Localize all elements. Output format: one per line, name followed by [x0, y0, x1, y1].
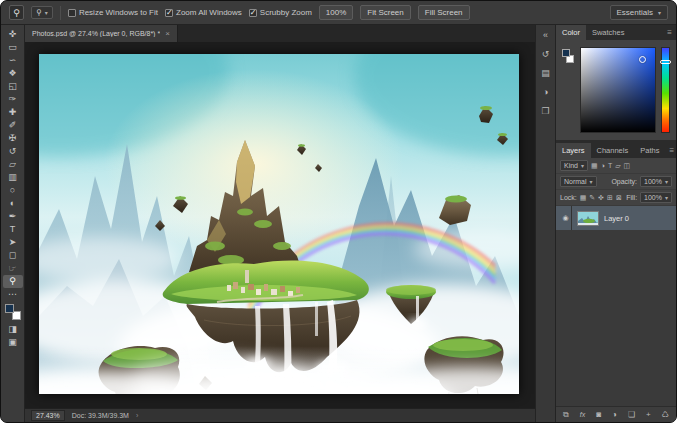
- foreground-swatch[interactable]: [562, 49, 570, 57]
- document-tab-bar: Photos.psd @ 27.4% (Layer 0, RGB/8*) * ×: [25, 25, 535, 42]
- zoom-all-windows-checkbox[interactable]: Zoom All Windows: [165, 8, 242, 17]
- tool-eyedropper[interactable]: ✑: [3, 93, 23, 106]
- tool-preset-dropdown[interactable]: ⚲ ▾: [31, 6, 53, 19]
- lock-position-icon[interactable]: ✜: [598, 194, 604, 202]
- checkbox-label: Scrubby Zoom: [260, 8, 312, 17]
- tool-pen[interactable]: ✒: [3, 210, 23, 223]
- workspace-selector[interactable]: Essentials ▾: [610, 5, 668, 20]
- scrubby-zoom-checkbox[interactable]: Scrubby Zoom: [249, 8, 312, 17]
- panel-menu-icon[interactable]: ≡: [663, 25, 676, 40]
- lock-transparency-icon[interactable]: ▦: [580, 194, 587, 202]
- tab-channels[interactable]: Channels: [591, 143, 635, 158]
- saturation-brightness-field[interactable]: [580, 47, 656, 133]
- color-panel: Color Swatches ≡: [556, 25, 676, 140]
- fg-bg-mini-swatches[interactable]: [562, 47, 575, 133]
- lock-pixels-icon[interactable]: ✎: [589, 194, 595, 202]
- status-chevron-icon[interactable]: ›: [136, 412, 138, 419]
- layer-list: ◉ Layer 0: [556, 206, 676, 406]
- fit-screen-button[interactable]: Fit Screen: [360, 5, 410, 20]
- screen-mode-icon[interactable]: ▣: [3, 336, 23, 349]
- hue-slider-handle[interactable]: [660, 60, 671, 64]
- lock-all-icon[interactable]: ⊠: [616, 194, 622, 202]
- lock-label: Lock:: [560, 194, 577, 201]
- tool-lasso[interactable]: ∽: [3, 54, 23, 67]
- layer-thumbnail[interactable]: [577, 211, 599, 226]
- status-bar: 27.43% Doc: 39.3M/39.3M ›: [25, 408, 535, 422]
- lock-artboard-icon[interactable]: ⊞: [607, 194, 613, 202]
- panel-menu-icon[interactable]: ≡: [665, 143, 677, 158]
- filter-shape-layers-icon[interactable]: ▱: [615, 162, 620, 170]
- zoom-100-button[interactable]: 100%: [319, 5, 353, 20]
- tool-zoom[interactable]: ⚲: [3, 275, 23, 288]
- libraries-panel-icon[interactable]: ❐: [539, 105, 553, 117]
- resize-windows-checkbox[interactable]: Resize Windows to Fit: [68, 8, 158, 17]
- tool-type[interactable]: T: [3, 223, 23, 236]
- filter-type-label: Kind: [564, 162, 578, 169]
- chevron-down-icon: ▾: [665, 178, 668, 185]
- tool-move[interactable]: ✜: [3, 28, 23, 41]
- tool-clone-stamp[interactable]: ✠: [3, 132, 23, 145]
- layer-group-icon[interactable]: ❏: [628, 410, 635, 419]
- zoom-level-field[interactable]: 27.43%: [31, 410, 65, 421]
- tool-dodge[interactable]: ◐: [3, 197, 23, 210]
- tool-crop[interactable]: ◱: [3, 80, 23, 93]
- opacity-label: Opacity:: [611, 178, 637, 185]
- filter-pixel-layers-icon[interactable]: ▦: [591, 162, 598, 170]
- adjustments-panel-icon[interactable]: ◑: [539, 86, 553, 98]
- tool-brush[interactable]: ✐: [3, 119, 23, 132]
- tool-quick-selection[interactable]: ❖: [3, 67, 23, 80]
- filter-smart-objects-icon[interactable]: ◫: [624, 162, 631, 170]
- color-picker-cursor[interactable]: [639, 56, 646, 63]
- tool-history-brush[interactable]: ↺: [3, 145, 23, 158]
- zoom-tool-icon-small: ⚲: [36, 8, 42, 17]
- tab-color[interactable]: Color: [556, 25, 586, 40]
- canvas-image[interactable]: [39, 54, 519, 394]
- layer-effects-icon[interactable]: fx: [580, 411, 585, 418]
- foreground-background-swatches[interactable]: [5, 304, 21, 320]
- tool-shape[interactable]: ◻: [3, 249, 23, 262]
- layer-row[interactable]: ◉ Layer 0: [556, 206, 676, 230]
- layer-mask-icon[interactable]: ◙: [596, 410, 601, 419]
- tab-paths[interactable]: Paths: [634, 143, 665, 158]
- tab-swatches[interactable]: Swatches: [586, 25, 631, 40]
- delete-layer-icon[interactable]: ♺: [662, 410, 669, 419]
- checkbox-label: Resize Windows to Fit: [79, 8, 158, 17]
- history-panel-icon[interactable]: ↺: [539, 48, 553, 60]
- chevron-down-icon: ▾: [658, 9, 661, 16]
- visibility-eye-icon[interactable]: ◉: [560, 206, 572, 230]
- tool-blur[interactable]: ○: [3, 184, 23, 197]
- properties-panel-icon[interactable]: ▤: [539, 67, 553, 79]
- collapse-panels-icon[interactable]: «: [539, 29, 553, 41]
- fantasy-landscape-art: [39, 54, 519, 394]
- link-layers-icon[interactable]: ⧉: [563, 410, 569, 420]
- document-tab[interactable]: Photos.psd @ 27.4% (Layer 0, RGB/8*) * ×: [25, 25, 178, 42]
- foreground-color-swatch[interactable]: [5, 304, 14, 313]
- filter-type-dropdown[interactable]: Kind ▾: [560, 160, 588, 171]
- collapsed-panel-strip: « ↺ ▤ ◑ ❐: [535, 25, 555, 422]
- tool-eraser[interactable]: ▱: [3, 158, 23, 171]
- fill-screen-button[interactable]: Fill Screen: [418, 5, 470, 20]
- layers-panel: Layers Channels Paths ≡ Kind ▾ ▦ ◑ T ▱: [556, 143, 676, 422]
- options-bar: ⚲ ⚲ ▾ Resize Windows to Fit Zoom All Win…: [1, 1, 676, 25]
- fill-dropdown[interactable]: 100% ▾: [640, 192, 672, 203]
- doc-size-info: Doc: 39.3M/39.3M: [72, 412, 129, 419]
- tool-hand[interactable]: ☞: [3, 262, 23, 275]
- adjustment-layer-icon[interactable]: ◑: [612, 410, 617, 419]
- blend-mode-dropdown[interactable]: Normal ▾: [560, 176, 597, 187]
- tab-layers[interactable]: Layers: [556, 143, 591, 158]
- tool-healing-brush[interactable]: ✚: [3, 106, 23, 119]
- chevron-down-icon: ▾: [581, 162, 584, 169]
- checkbox-icon: [249, 9, 257, 17]
- filter-type-layers-icon[interactable]: T: [608, 162, 612, 170]
- tool-gradient[interactable]: ▥: [3, 171, 23, 184]
- filter-adjustment-layers-icon[interactable]: ◑: [601, 162, 605, 170]
- tool-path-selection[interactable]: ➤: [3, 236, 23, 249]
- panels-column: Color Swatches ≡: [555, 25, 676, 422]
- opacity-dropdown[interactable]: 100% ▾: [640, 176, 672, 187]
- edit-toolbar-icon[interactable]: ⋯: [3, 288, 23, 301]
- new-layer-icon[interactable]: +: [646, 410, 651, 419]
- quick-mask-icon[interactable]: ◨: [3, 323, 23, 336]
- tool-rectangular-marquee[interactable]: ▭: [3, 41, 23, 54]
- hue-slider[interactable]: [661, 47, 670, 133]
- close-icon[interactable]: ×: [165, 29, 170, 38]
